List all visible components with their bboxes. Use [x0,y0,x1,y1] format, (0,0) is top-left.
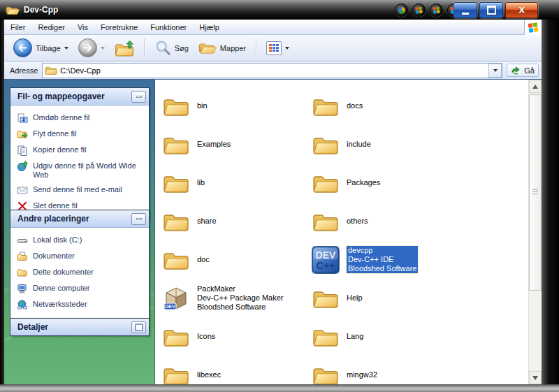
panel-header[interactable]: Detaljer [10,319,149,335]
folder-icon [162,323,190,351]
task-label: Flyt denne fil [33,129,76,138]
file-item-icons[interactable]: Icons [161,317,310,356]
folders-button[interactable]: Mapper [195,38,249,57]
forward-icon [78,38,97,57]
minimize-button[interactable] [453,2,477,18]
task-copy-file[interactable]: Kopier denne fil [15,143,145,159]
file-item-examples[interactable]: Examples [161,125,310,164]
file-item-packages[interactable]: Packages [310,164,460,202]
file-label: docs [347,101,363,110]
file-label: include [347,140,371,149]
file-item-lib[interactable]: lib [161,164,310,202]
search-button[interactable]: Søg [151,38,192,58]
place-my-computer[interactable]: Denne computer [15,281,145,297]
forward-button[interactable] [75,37,108,59]
folder-icon [162,361,190,385]
menu-rediger[interactable]: Rediger [31,21,71,34]
maximize-button[interactable] [479,2,503,18]
arrow-up-icon [532,85,538,89]
folder-icon [312,208,340,235]
scroll-up-button[interactable] [529,80,542,93]
collapse-button[interactable] [131,91,146,103]
task-label: Kopier denne fil [33,145,86,154]
file-item-bin[interactable]: bin [161,87,310,125]
back-button[interactable]: Tilbage [10,37,72,59]
menu-funktioner[interactable]: Funktioner [144,21,193,34]
scrollbar-thumb[interactable] [529,94,542,291]
go-button[interactable]: Gå [507,64,539,77]
standard-toolbar: Tilbage Søg Mapper [4,35,542,61]
file-item-packmaker[interactable]: PackMaker Dev-C++ Package Maker Bloodshe… [161,279,310,317]
address-input[interactable]: C:\Dev-Cpp [42,63,502,78]
up-button[interactable] [111,38,138,59]
media-player-orb-icon[interactable] [395,3,408,17]
scroll-down-button[interactable] [529,371,542,384]
chevron-down-icon [493,69,498,72]
place-network[interactable]: Netværkssteder [15,297,145,313]
file-item-lang[interactable]: Lang [310,317,460,356]
windows-orb-icon[interactable] [412,3,426,17]
file-grid: bin docs Examples include lib Packages [155,80,528,384]
address-dropdown-button[interactable] [488,64,502,78]
windows-orb-icon[interactable] [430,3,443,17]
place-documents[interactable]: Dokumenter [15,249,145,265]
address-path: C:\Dev-Cpp [60,66,486,75]
file-item-share[interactable]: share [161,202,310,240]
expand-button[interactable] [131,321,146,333]
panel-header[interactable]: Andre placeringer [10,210,149,228]
panel-title: Fil- og mappeopgaver [17,92,131,101]
folder-icon [312,361,340,385]
scrollbar-track[interactable] [529,93,542,371]
file-item-docs[interactable]: docs [310,87,460,125]
task-email-file[interactable]: Send denne fil med e-mail [15,182,145,198]
panel-header[interactable]: Fil- og mappeopgaver [10,88,149,106]
back-dropdown-icon[interactable] [64,47,68,50]
close-button[interactable]: X [505,2,538,18]
file-item-doc[interactable]: doc [161,240,310,279]
views-dropdown-icon[interactable] [285,47,289,50]
panel-details: Detaljer [10,318,150,336]
window-bottom-border [0,384,559,392]
place-shared-documents[interactable]: Delte dokumenter [15,265,145,281]
arrow-down-icon [532,376,538,380]
panel-other-places: Andre placeringer Lokal disk (C:) Dokume… [10,210,150,320]
task-pane: Fil- og mappeopgaver Omdøb denne fil Fly… [4,80,155,384]
file-label: Icons [197,332,215,341]
menu-hjaelp[interactable]: Hjælp [193,21,226,34]
file-label: others [347,217,368,226]
folder-icon [312,284,340,312]
file-item-others[interactable]: others [310,202,460,240]
task-move-file[interactable]: Flyt denne fil [15,126,145,143]
file-item-devcpp-selected[interactable]: devcpp Dev-C++ IDE Bloodshed Software [310,240,460,279]
menu-bar: Filer Rediger Vis Foretrukne Funktioner … [4,20,542,35]
file-item-help[interactable]: Help [310,279,460,317]
menu-foretrukne[interactable]: Foretrukne [94,21,144,34]
panel-title: Andre placeringer [17,214,131,224]
network-icon [17,299,28,310]
file-label: libexec [197,370,221,379]
panel-file-tasks: Fil- og mappeopgaver Omdøb denne fil Fly… [10,87,150,222]
search-icon [154,40,171,57]
window-right-border [542,20,559,384]
file-item-libexec[interactable]: libexec [161,356,310,384]
place-local-disk[interactable]: Lokal disk (C:) [15,233,145,249]
thumb-grip-icon [532,189,538,195]
collapse-button[interactable] [131,213,146,225]
file-label: lib [197,178,205,187]
task-rename-file[interactable]: Omdøb denne fil [15,110,145,126]
folder-icon [162,131,190,159]
task-publish-file[interactable]: Udgiv denne fil på World Wide Web [15,159,145,182]
folder-icon [162,246,190,274]
forward-dropdown-icon[interactable] [101,47,105,50]
file-item-mingw32[interactable]: mingw32 [310,356,460,384]
file-label: doc [197,255,210,264]
file-item-include[interactable]: include [310,125,460,164]
menu-vis[interactable]: Vis [71,21,94,34]
menu-filer[interactable]: Filer [4,21,31,34]
title-bar: Dev-Cpp X [0,0,559,20]
folder-icon [312,131,340,159]
address-folder-icon [45,65,57,75]
views-button[interactable] [263,40,293,57]
task-label: Udgiv denne fil på World Wide Web [33,161,145,180]
address-bar: Adresse C:\Dev-Cpp Gå [4,61,542,80]
